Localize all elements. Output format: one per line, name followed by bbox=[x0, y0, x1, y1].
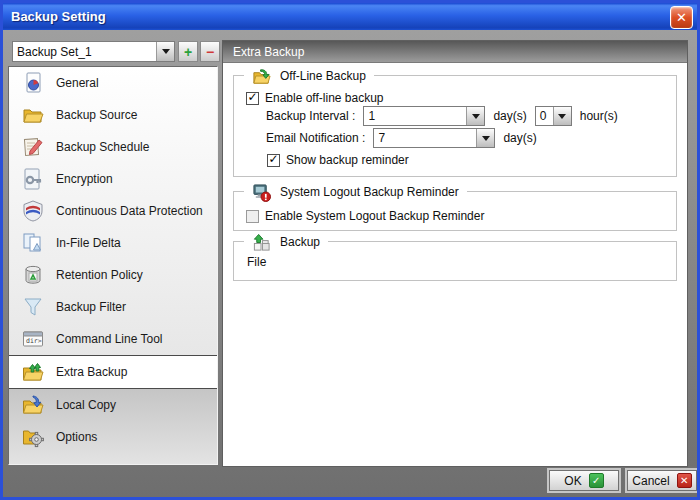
check-icon: ✓ bbox=[589, 473, 604, 488]
sidebar-item-label: Extra Backup bbox=[56, 365, 127, 379]
ok-button[interactable]: OK ✓ bbox=[549, 470, 619, 491]
close-button[interactable]: ✕ bbox=[670, 6, 693, 29]
sidebar-lower-section: Local Copy Options bbox=[9, 389, 217, 464]
sidebar-item-backup-filter[interactable]: Backup Filter bbox=[9, 291, 217, 323]
backup-setting-dialog: Backup Setting ✕ Backup Set_1 + − Genera… bbox=[0, 0, 700, 500]
enable-offline-backup-checkbox[interactable] bbox=[246, 92, 259, 105]
email-notification-row: Email Notification : 7 day(s) bbox=[266, 128, 545, 148]
sidebar-item-encryption[interactable]: Encryption bbox=[9, 163, 217, 195]
funnel-icon bbox=[21, 295, 45, 319]
sidebar: General Backup Source Backup Schedule bbox=[8, 66, 218, 465]
panel-body: Off-Line Backup Enable off-line backup B… bbox=[223, 63, 687, 466]
sidebar-item-label: Continuous Data Protection bbox=[56, 204, 203, 218]
checkbox-label: Show backup reminder bbox=[286, 153, 409, 167]
sidebar-item-label: Options bbox=[56, 430, 97, 444]
sidebar-item-local-copy[interactable]: Local Copy bbox=[9, 389, 217, 421]
backup-interval-days-value: 1 bbox=[364, 109, 466, 123]
chevron-down-icon[interactable] bbox=[156, 42, 174, 61]
hours-unit-label: hour(s) bbox=[580, 109, 618, 123]
enable-system-logout-checkbox[interactable] bbox=[246, 210, 259, 223]
offline-backup-folder-icon bbox=[252, 67, 271, 86]
sidebar-item-label: Encryption bbox=[56, 172, 113, 186]
folder-up-arrows-icon bbox=[21, 360, 45, 384]
sidebar-item-label: Backup Filter bbox=[56, 300, 126, 314]
open-folder-icon bbox=[21, 103, 45, 127]
backup-type-value: File bbox=[247, 255, 266, 269]
enable-system-logout-row: Enable System Logout Backup Reminder bbox=[246, 206, 484, 226]
days-unit-label: day(s) bbox=[503, 131, 536, 145]
sidebar-item-general[interactable]: General bbox=[9, 67, 217, 99]
command-prompt-icon: dir> bbox=[21, 327, 45, 351]
chevron-down-icon[interactable] bbox=[466, 107, 484, 125]
document-pie-icon bbox=[21, 71, 45, 95]
backup-group: Backup File bbox=[233, 241, 677, 281]
monitor-alert-icon bbox=[252, 183, 271, 202]
enable-offline-row: Enable off-line backup bbox=[246, 88, 384, 108]
group-title: Backup bbox=[280, 235, 320, 249]
backup-interval-hours-value: 0 bbox=[536, 109, 553, 123]
dialog-body: Backup Set_1 + − General Backup Source bbox=[3, 30, 697, 497]
offline-backup-group-legend: Off-Line Backup bbox=[244, 66, 374, 86]
sidebar-item-label: General bbox=[56, 76, 99, 90]
key-icon bbox=[21, 167, 45, 191]
checkbox-label: Enable System Logout Backup Reminder bbox=[265, 209, 484, 223]
sidebar-item-extra-backup[interactable]: Extra Backup bbox=[9, 355, 217, 389]
sidebar-item-in-file-delta[interactable]: In-File Delta bbox=[9, 227, 217, 259]
system-logout-group: System Logout Backup Reminder Enable Sys… bbox=[233, 191, 677, 231]
days-unit-label: day(s) bbox=[493, 109, 526, 123]
backup-set-value: Backup Set_1 bbox=[13, 45, 156, 59]
email-notification-label: Email Notification : bbox=[266, 131, 365, 145]
show-reminder-row: Show backup reminder bbox=[267, 150, 409, 170]
show-backup-reminder-checkbox[interactable] bbox=[267, 154, 280, 167]
sidebar-item-label: Backup Schedule bbox=[56, 140, 149, 154]
panel-header: Extra Backup bbox=[223, 41, 687, 63]
svg-text:dir>: dir> bbox=[26, 337, 42, 345]
email-notification-days-select[interactable]: 7 bbox=[373, 128, 495, 148]
shield-icon bbox=[21, 199, 45, 223]
main-panel: Extra Backup Off-Line Backup Enable off-… bbox=[222, 40, 688, 467]
cancel-button[interactable]: Cancel ✕ bbox=[627, 470, 697, 491]
sidebar-item-label: Backup Source bbox=[56, 108, 137, 122]
backup-interval-days-select[interactable]: 1 bbox=[363, 106, 485, 126]
close-icon: ✕ bbox=[676, 10, 687, 25]
backup-set-select[interactable]: Backup Set_1 bbox=[12, 41, 175, 62]
backup-interval-row: Backup Interval : 1 day(s) 0 hour(s) bbox=[266, 106, 626, 126]
sidebar-item-continuous-data-protection[interactable]: Continuous Data Protection bbox=[9, 195, 217, 227]
cancel-button-label: Cancel bbox=[632, 474, 669, 488]
backup-group-legend: Backup bbox=[244, 232, 328, 252]
chevron-down-icon[interactable] bbox=[553, 107, 571, 125]
sidebar-item-label: Retention Policy bbox=[56, 268, 143, 282]
sidebar-item-backup-source[interactable]: Backup Source bbox=[9, 99, 217, 131]
email-notification-days-value: 7 bbox=[374, 131, 476, 145]
sidebar-upper-section: General Backup Source Backup Schedule bbox=[9, 67, 217, 355]
folder-copy-arrow-icon bbox=[21, 393, 45, 417]
recycle-bin-icon bbox=[21, 263, 45, 287]
sidebar-item-backup-schedule[interactable]: Backup Schedule bbox=[9, 131, 217, 163]
ok-button-label: OK bbox=[564, 474, 581, 488]
group-title: System Logout Backup Reminder bbox=[280, 185, 459, 199]
remove-backup-set-button[interactable]: − bbox=[200, 41, 220, 62]
delta-pages-icon bbox=[21, 231, 45, 255]
sidebar-item-label: Command Line Tool bbox=[56, 332, 163, 346]
folder-gear-icon bbox=[21, 425, 45, 449]
checkbox-label: Enable off-line backup bbox=[265, 91, 384, 105]
x-icon: ✕ bbox=[677, 473, 692, 488]
sidebar-item-retention-policy[interactable]: Retention Policy bbox=[9, 259, 217, 291]
window-title: Backup Setting bbox=[3, 9, 106, 24]
titlebar: Backup Setting ✕ bbox=[3, 3, 697, 30]
system-logout-group-legend: System Logout Backup Reminder bbox=[244, 182, 467, 202]
add-backup-set-button[interactable]: + bbox=[178, 41, 198, 62]
notepad-pencil-icon bbox=[21, 135, 45, 159]
sidebar-item-label: Local Copy bbox=[56, 398, 116, 412]
offline-backup-group: Off-Line Backup Enable off-line backup B… bbox=[233, 75, 677, 177]
boxes-up-arrow-icon bbox=[252, 233, 271, 252]
chevron-down-icon[interactable] bbox=[476, 129, 494, 147]
backup-interval-label: Backup Interval : bbox=[266, 109, 355, 123]
sidebar-item-label: In-File Delta bbox=[56, 236, 121, 250]
sidebar-item-command-line-tool[interactable]: dir> Command Line Tool bbox=[9, 323, 217, 355]
backup-interval-hours-select[interactable]: 0 bbox=[535, 106, 572, 126]
group-title: Off-Line Backup bbox=[280, 69, 366, 83]
sidebar-item-options[interactable]: Options bbox=[9, 421, 217, 453]
